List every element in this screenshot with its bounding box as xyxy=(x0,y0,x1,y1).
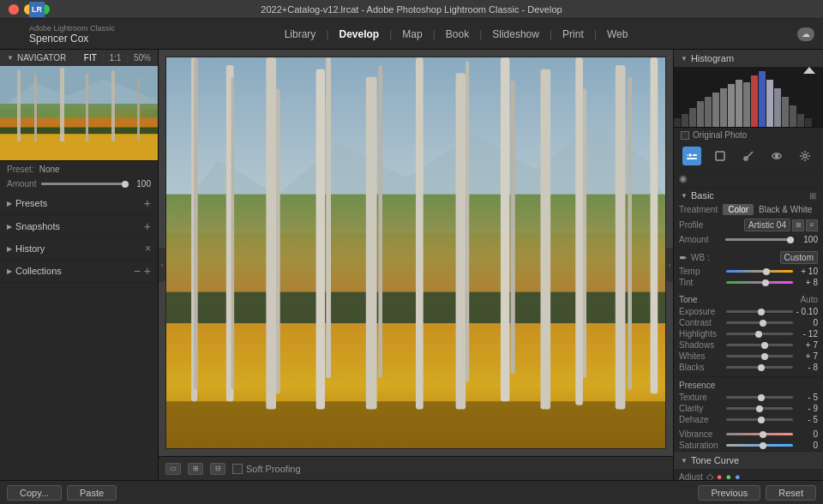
saturation-label: Saturation xyxy=(679,441,724,450)
exposure-slider[interactable] xyxy=(726,310,793,313)
preset-row: Preset: None xyxy=(0,161,158,177)
treatment-row: Treatment Color Black & White xyxy=(674,202,823,217)
collections-remove-button[interactable]: − xyxy=(134,264,141,278)
histogram-header[interactable]: ▼ Histogram xyxy=(674,50,823,67)
blacks-label: Blacks xyxy=(679,363,724,372)
adjust-green-channel[interactable]: ● xyxy=(725,471,731,480)
reset-button[interactable]: Reset xyxy=(766,485,816,501)
collections-panel-item[interactable]: ▶ Collections − + xyxy=(0,260,158,283)
nav-map[interactable]: Map xyxy=(393,19,430,50)
dehaze-slider[interactable] xyxy=(726,418,793,421)
amount-slider[interactable] xyxy=(41,183,129,185)
wb-eyedropper[interactable]: ✒ xyxy=(679,252,688,264)
saturation-slider[interactable] xyxy=(726,444,793,447)
profile-grid-button[interactable]: ⊞ xyxy=(792,219,804,231)
tone-curve-header[interactable]: ▼ Tone Curve xyxy=(674,452,823,469)
visibility-icon[interactable]: ◉ xyxy=(679,173,688,184)
svg-rect-29 xyxy=(456,73,466,409)
history-clear-button[interactable]: × xyxy=(145,243,151,255)
basic-header[interactable]: ▼ Basic ⊞ xyxy=(674,188,823,202)
close-button[interactable] xyxy=(9,4,19,15)
texture-slider[interactable] xyxy=(726,396,793,399)
adjust-blue-channel[interactable]: ● xyxy=(735,471,741,480)
dehaze-value: - 5 xyxy=(796,415,818,424)
grid-view-button[interactable]: ⊞ xyxy=(188,463,203,475)
top-navigation: Adobe Lightroom Classic Spencer Cox Libr… xyxy=(0,19,823,50)
svg-rect-6 xyxy=(17,71,21,142)
svg-rect-24 xyxy=(316,69,325,410)
settings-tool[interactable] xyxy=(796,147,814,165)
profile-value[interactable]: Artistic 04 xyxy=(744,219,790,231)
red-eye-tool[interactable] xyxy=(767,147,786,165)
one-to-one-button[interactable]: 1:1 xyxy=(109,53,121,63)
collections-add-button[interactable]: + xyxy=(144,264,151,278)
snapshots-label: Snapshots xyxy=(15,221,60,231)
amount-slider-right[interactable] xyxy=(725,238,794,241)
presets-panel-item[interactable]: ▶ Presets + xyxy=(0,192,158,215)
navigator-header[interactable]: ▼ Navigator FIT | 1:1 | 50% xyxy=(0,50,158,66)
collections-label: Collections xyxy=(15,266,62,276)
nav-library[interactable]: Library xyxy=(276,19,325,50)
presets-add-button[interactable]: + xyxy=(144,196,151,210)
svg-rect-47 xyxy=(736,80,742,127)
soft-proofing-checkbox[interactable] xyxy=(232,464,243,474)
left-panel-toggle[interactable]: ‹ xyxy=(159,248,165,282)
fit-button[interactable]: FIT xyxy=(84,53,97,63)
nav-right: ☁ xyxy=(797,27,814,41)
profile-menu-button[interactable]: ≡ xyxy=(806,219,818,231)
whites-slider[interactable] xyxy=(726,355,793,357)
main-image[interactable] xyxy=(165,57,666,449)
app-name: Adobe Lightroom Classic xyxy=(29,24,115,33)
cloud-icon[interactable]: ☁ xyxy=(797,27,814,41)
shadows-label: Shadows xyxy=(679,340,724,350)
whites-value: + 7 xyxy=(796,351,818,361)
previous-button[interactable]: Previous xyxy=(698,485,760,501)
vibrance-slider[interactable] xyxy=(726,433,793,435)
right-panel-toggle[interactable]: › xyxy=(666,248,673,282)
clarity-row: Clarity - 9 xyxy=(674,403,823,414)
crop-tool[interactable] xyxy=(711,147,730,165)
collections-triangle: ▶ xyxy=(7,267,12,275)
paste-button[interactable]: Paste xyxy=(67,485,117,501)
exposure-label: Exposure xyxy=(679,307,724,316)
user-name: Spencer Cox xyxy=(29,33,115,45)
tint-label: Tint xyxy=(679,278,724,287)
treatment-color[interactable]: Color xyxy=(723,204,754,215)
navigator-preview[interactable] xyxy=(0,66,158,160)
svg-rect-11 xyxy=(137,77,140,141)
develop-tool[interactable] xyxy=(682,147,701,165)
history-triangle: ▶ xyxy=(7,245,12,253)
treatment-bw[interactable]: Black & White xyxy=(759,205,812,214)
shadows-slider[interactable] xyxy=(726,344,793,346)
snapshots-add-button[interactable]: + xyxy=(144,219,151,233)
nav-develop[interactable]: Develop xyxy=(331,19,388,50)
highlights-label: Highlights xyxy=(679,329,724,339)
temp-slider[interactable] xyxy=(726,270,793,273)
snapshots-panel-item[interactable]: ▶ Snapshots + xyxy=(0,215,158,238)
nav-book[interactable]: Book xyxy=(437,19,478,50)
nav-web[interactable]: Web xyxy=(598,19,636,50)
navigator-triangle: ▼ xyxy=(7,54,14,62)
history-panel-item[interactable]: ▶ History × xyxy=(0,238,158,260)
adjust-red-channel[interactable]: ● xyxy=(717,471,723,480)
svg-point-65 xyxy=(803,154,807,158)
fifty-percent-button[interactable]: 50% xyxy=(134,53,151,63)
blacks-slider[interactable] xyxy=(726,366,793,369)
contrast-slider[interactable] xyxy=(726,321,793,324)
svg-rect-56 xyxy=(805,118,812,127)
svg-rect-38 xyxy=(651,57,658,393)
compare-view-button[interactable]: ⊟ xyxy=(210,463,225,475)
nav-print[interactable]: Print xyxy=(554,19,592,50)
single-view-button[interactable]: ▭ xyxy=(165,463,181,475)
original-photo-checkbox[interactable] xyxy=(681,131,689,140)
nav-slideshow[interactable]: Slideshow xyxy=(484,19,548,50)
wb-dropdown[interactable]: Custom xyxy=(780,251,818,264)
clarity-slider[interactable] xyxy=(726,407,793,410)
vibrance-value: 0 xyxy=(796,429,818,439)
tone-auto-button[interactable]: Auto xyxy=(800,295,818,304)
copy-button[interactable]: Copy... xyxy=(7,485,62,501)
adjust-point-icon[interactable]: ◇ xyxy=(706,471,713,480)
highlights-slider[interactable] xyxy=(726,333,793,335)
heal-tool[interactable] xyxy=(739,147,758,165)
tint-slider[interactable] xyxy=(726,281,793,284)
